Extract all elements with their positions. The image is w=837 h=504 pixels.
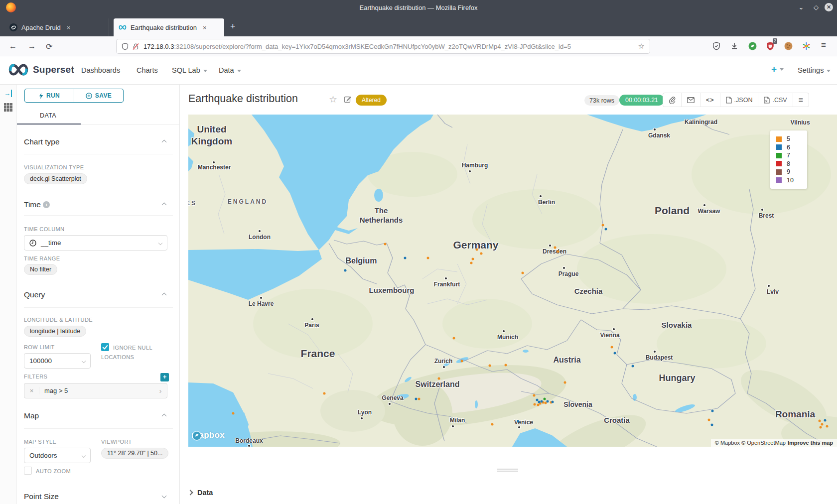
- map-style-value: Outdoors: [29, 452, 57, 459]
- viewport-label: VIEWPORT: [101, 439, 132, 445]
- earthquake-point-mag-5: [323, 392, 326, 395]
- embed-code-button[interactable]: <>: [700, 93, 720, 107]
- nav-sql-lab[interactable]: SQL Lab: [172, 66, 207, 74]
- chevron-up-icon[interactable]: [162, 414, 167, 419]
- multiaccount-asterisk-icon[interactable]: [802, 41, 811, 50]
- forward-icon[interactable]: →: [28, 42, 36, 51]
- viz-type-value[interactable]: deck.gl Scatterplot: [24, 173, 87, 184]
- protections-shield-icon[interactable]: [712, 41, 720, 50]
- email-button[interactable]: [682, 93, 700, 107]
- active-tab-underline: [17, 124, 81, 125]
- section-time[interactable]: Time i: [24, 200, 50, 209]
- extension-green-icon[interactable]: [748, 41, 757, 50]
- nav-settings[interactable]: Settings: [798, 66, 831, 74]
- improve-map-link[interactable]: Improve this map: [788, 440, 833, 446]
- legend-swatch: [776, 136, 782, 142]
- run-button[interactable]: RUN: [25, 89, 74, 102]
- tab-close-icon[interactable]: ×: [67, 24, 71, 31]
- legend-row: 7: [776, 151, 807, 160]
- cookie-icon[interactable]: [784, 41, 793, 50]
- time-column-select[interactable]: __time: [24, 235, 167, 251]
- minimize-icon[interactable]: ⌄: [795, 3, 808, 11]
- favorite-star-icon[interactable]: ☆: [329, 94, 337, 105]
- deckgl-scatterplot-map[interactable]: United KingdomENGLANDESThe NetherlandsBe…: [188, 115, 837, 447]
- nav-data[interactable]: Data: [219, 66, 241, 74]
- earthquake-point-mag-6: [824, 419, 827, 422]
- export-json-label: .JSON: [734, 97, 753, 104]
- downloads-icon[interactable]: [730, 41, 738, 50]
- window-controls: ⌄ ◇ ✕: [795, 3, 833, 11]
- chevron-right-icon[interactable]: ›: [154, 386, 167, 395]
- lonlat-value[interactable]: longitude | latitude: [24, 326, 86, 337]
- earthquake-point-mag-5: [564, 381, 566, 384]
- time-column-label: TIME COLUMN: [24, 226, 64, 232]
- datasource-grid-icon[interactable]: [3, 103, 13, 112]
- mapbox-logo[interactable]: mapbox: [191, 430, 225, 440]
- altered-badge[interactable]: Altered: [356, 95, 387, 106]
- new-tab-button[interactable]: +: [230, 22, 236, 31]
- chevron-down-icon: [780, 68, 784, 71]
- maximize-icon[interactable]: ◇: [810, 3, 823, 11]
- collapse-panel-icon[interactable]: →​: [4, 90, 12, 97]
- superset-logo[interactable]: Superset: [8, 63, 74, 76]
- map-city-label: Manchester: [198, 164, 231, 171]
- browser-menu-icon[interactable]: ≡: [821, 40, 826, 50]
- bookmark-star-icon[interactable]: ☆: [638, 42, 645, 51]
- chevron-up-icon[interactable]: [162, 293, 167, 298]
- data-panel-header[interactable]: Data: [188, 489, 213, 497]
- section-map[interactable]: Map: [24, 411, 39, 420]
- map-country-label: Romania: [775, 408, 815, 420]
- time-range-value[interactable]: No filter: [24, 264, 57, 275]
- filter-chip[interactable]: × mag > 5 ›: [24, 383, 167, 398]
- url-bar[interactable]: 172.18.0.3:32108/superset/explore/?form_…: [117, 39, 650, 53]
- auto-zoom-checkbox[interactable]: [24, 467, 32, 475]
- url-text[interactable]: 172.18.0.3:32108/superset/explore/?form_…: [143, 43, 638, 50]
- map-style-select[interactable]: Outdoors: [24, 448, 91, 463]
- earthquake-point-mag-5: [438, 378, 440, 380]
- save-button[interactable]: SAVE: [74, 89, 123, 102]
- browser-tab-apache-druid[interactable]: Apache Druid ×: [4, 18, 109, 36]
- export-csv-button[interactable]: .CSV: [758, 93, 793, 107]
- section-point-size[interactable]: Point Size: [24, 492, 59, 501]
- map-city-label: Lyon: [358, 409, 372, 416]
- map-city-label: Frankfurt: [434, 281, 460, 288]
- section-time-label: Time: [24, 200, 41, 209]
- row-limit-select[interactable]: 100000: [24, 353, 91, 369]
- ignore-null-checkbox[interactable]: [101, 343, 109, 351]
- tab-title: Earthquake distribution: [131, 24, 197, 31]
- chevron-down-icon[interactable]: [162, 494, 167, 499]
- divider: [24, 307, 173, 308]
- tab-close-icon[interactable]: ×: [203, 24, 207, 31]
- map-city-dot: [540, 195, 542, 197]
- resize-handle[interactable]: [497, 469, 518, 472]
- section-query[interactable]: Query: [24, 290, 45, 299]
- chevron-up-icon[interactable]: [162, 203, 167, 208]
- edit-title-icon[interactable]: [344, 95, 352, 105]
- chart-menu-icon[interactable]: ≡: [793, 93, 809, 107]
- back-icon[interactable]: ←: [9, 42, 17, 51]
- earthquake-point-mag-6: [614, 352, 616, 355]
- adblock-shield-icon[interactable]: 2: [766, 41, 774, 50]
- close-icon[interactable]: ✕: [825, 3, 833, 11]
- section-chart-type[interactable]: Chart type: [24, 137, 60, 146]
- copy-link-button[interactable]: [663, 93, 682, 107]
- tracking-shield-icon[interactable]: [122, 43, 129, 50]
- viewport-value[interactable]: 11° 28' 29.70" | 50...: [101, 448, 168, 459]
- nav-sql-lab-label: SQL Lab: [172, 66, 200, 74]
- remove-filter-icon[interactable]: ×: [24, 387, 39, 394]
- nav-dashboards[interactable]: Dashboards: [81, 66, 120, 74]
- new-item-button[interactable]: +: [771, 64, 784, 75]
- map-city-label: Lviv: [767, 288, 779, 295]
- earthquake-point-mag-5: [476, 249, 478, 251]
- reload-icon[interactable]: ⟳: [46, 42, 52, 51]
- map-city-dot: [613, 328, 615, 330]
- map-city-dot: [563, 267, 565, 269]
- add-filter-button[interactable]: +: [160, 373, 169, 381]
- earthquake-point-mag-5: [472, 258, 474, 260]
- nav-charts[interactable]: Charts: [137, 66, 158, 74]
- export-json-button[interactable]: .JSON: [720, 93, 759, 107]
- chevron-up-icon[interactable]: [162, 140, 167, 145]
- tab-data[interactable]: DATA: [40, 112, 56, 119]
- browser-tab-earthquake-distribution[interactable]: Earthquake distribution ×: [114, 18, 224, 36]
- insecure-lock-icon[interactable]: [132, 43, 140, 50]
